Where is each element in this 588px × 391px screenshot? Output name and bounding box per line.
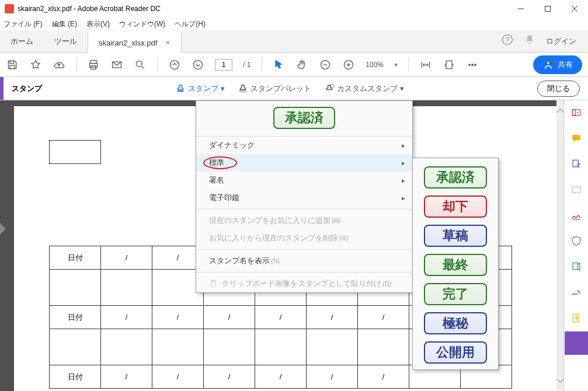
zoom-value[interactable]: 100% (366, 61, 384, 69)
titlebar: skairan2_xlsx.pdf - Adobe Acrobat Reader… (0, 0, 588, 18)
svg-point-16 (194, 60, 203, 69)
svg-rect-8 (10, 65, 15, 68)
tab-tools[interactable]: ツール (44, 30, 88, 53)
stamp-secret[interactable]: 極秘 (424, 312, 487, 334)
page-down-icon[interactable] (192, 58, 204, 71)
menu-file[interactable]: ファイル (F) (4, 19, 43, 29)
redact-icon[interactable] (570, 286, 583, 299)
svg-rect-22 (446, 61, 452, 68)
export-icon[interactable] (570, 312, 583, 324)
fit-page-icon[interactable] (443, 58, 455, 71)
measure-icon[interactable] (570, 183, 583, 196)
sign-icon[interactable] (570, 209, 583, 222)
bell-icon[interactable] (524, 34, 535, 48)
organize-icon[interactable] (570, 260, 583, 273)
close-button[interactable] (561, 0, 588, 18)
svg-point-15 (171, 60, 179, 69)
cloud-icon[interactable] (53, 58, 65, 71)
save-icon[interactable] (6, 58, 19, 71)
stamp-dropdown[interactable]: スタンプ▾ (175, 83, 225, 94)
tab-home[interactable]: ホーム (0, 30, 44, 53)
fit-width-icon[interactable] (419, 58, 432, 71)
page-up-icon[interactable] (168, 58, 181, 71)
stamp-approved[interactable]: 承認済 (424, 166, 487, 188)
stamp-done[interactable]: 完了 (424, 283, 487, 305)
fill-sign-icon[interactable] (570, 158, 583, 170)
right-tool-strip (563, 100, 588, 391)
signin-link[interactable]: ログイン (546, 36, 576, 47)
stamp-accent (0, 77, 4, 100)
shield-icon[interactable] (570, 235, 583, 247)
stamp-palette-button[interactable]: スタンプパレット (238, 83, 311, 94)
menu-dynamic[interactable]: ダイナミック (196, 137, 412, 154)
tabbar-right: ? ログイン (502, 34, 588, 48)
mail-icon[interactable] (110, 58, 123, 71)
svg-rect-32 (572, 110, 580, 116)
stamp-bar-close[interactable]: 閉じる (537, 81, 580, 97)
app-icon (5, 4, 14, 13)
menu-window[interactable]: ウィンドウ(W) (119, 19, 165, 29)
search-icon[interactable] (134, 58, 147, 71)
stamp-final[interactable]: 最終 (424, 254, 487, 276)
stamp-custom-dropdown[interactable]: カスタムスタンプ▾ (324, 83, 404, 94)
toolbar: / 1 100% ▾ + 共有 (0, 53, 588, 77)
help-icon[interactable]: ? (502, 34, 513, 48)
stamp-bar: スタンプ スタンプ▾ スタンプパレット カスタムスタンプ▾ 閉じる (0, 77, 588, 100)
svg-rect-35 (573, 160, 578, 167)
zoom-out-icon[interactable] (319, 58, 332, 71)
scrollbar[interactable] (556, 100, 563, 391)
page-total: / 1 (243, 61, 250, 69)
svg-point-25 (475, 64, 476, 65)
menu-signature[interactable]: 署名 (196, 172, 412, 189)
svg-rect-30 (240, 90, 246, 92)
menu-eseal[interactable]: 電子印鑑 (196, 189, 412, 207)
svg-point-23 (469, 64, 471, 65)
print-icon[interactable] (87, 58, 100, 71)
share-button[interactable]: + 共有 (533, 55, 582, 74)
svg-text:+: + (551, 60, 552, 63)
tab-close-icon[interactable]: × (165, 38, 170, 47)
svg-rect-1 (545, 6, 551, 11)
menu-help[interactable]: ヘルプ(H) (175, 19, 206, 29)
pointer-icon[interactable] (272, 58, 285, 71)
menu-show-name[interactable]: スタンプ名を表示(N) (196, 252, 412, 270)
svg-rect-38 (573, 263, 577, 270)
date-label: 日付 (50, 246, 101, 270)
menu-view[interactable]: 表示(V) (86, 19, 110, 29)
maximize-button[interactable] (534, 0, 561, 18)
page-input[interactable] (215, 59, 232, 71)
menubar: ファイル (F) 編集 (E) 表示(V) ウィンドウ(W) ヘルプ(H) (0, 18, 588, 30)
stamp-rejected[interactable]: 却下 (424, 196, 487, 218)
tab-document-label: skairan2_xlsx.pdf (99, 39, 157, 47)
hand-icon[interactable] (295, 58, 308, 71)
stamp-bar-label: スタンプ (12, 83, 42, 94)
favorite-stamp-preview: 承認済 (273, 107, 335, 129)
menu-edit[interactable]: 編集 (E) (52, 19, 77, 29)
share-label: 共有 (558, 60, 573, 70)
menu-standard[interactable]: 標準 (196, 154, 412, 172)
more-icon[interactable] (466, 58, 479, 71)
svg-line-14 (142, 66, 144, 68)
panel-toggle-icon[interactable] (570, 106, 583, 119)
zoom-in-icon[interactable] (342, 58, 355, 71)
minimize-button[interactable] (507, 0, 534, 18)
menu-del-favorite: お気に入りから現在のスタンプを削除(R) (196, 229, 412, 247)
window-title: skairan2_xlsx.pdf - Adobe Acrobat Reader… (18, 5, 161, 13)
star-icon[interactable] (29, 58, 42, 71)
svg-rect-9 (91, 60, 96, 63)
comment-icon[interactable] (570, 132, 583, 145)
menu-paste-clipboard: クリップボード画像をスタンプとして貼り付け(D) (196, 275, 412, 292)
tabbar: ホーム ツール skairan2_xlsx.pdf × ? ログイン (0, 30, 588, 53)
stamp-draft[interactable]: 草稿 (424, 225, 487, 247)
favorite-stamp-row[interactable]: 承認済 (196, 101, 412, 137)
menu-add-favorite: 現在のスタンプをお気に入りに追加(R) (196, 212, 412, 229)
svg-point-13 (136, 61, 142, 67)
zoom-dropdown-icon[interactable]: ▾ (394, 61, 398, 69)
stamp-tool-icon[interactable] (565, 331, 588, 355)
svg-point-24 (472, 64, 474, 65)
left-panel-toggle[interactable] (0, 223, 6, 235)
highlight-ring (203, 156, 237, 169)
tab-document[interactable]: skairan2_xlsx.pdf × (88, 31, 182, 53)
stamp-presets-panel: 承認済 却下 草稿 最終 完了 極秘 公開用 (412, 158, 499, 370)
stamp-public[interactable]: 公開用 (424, 341, 487, 364)
